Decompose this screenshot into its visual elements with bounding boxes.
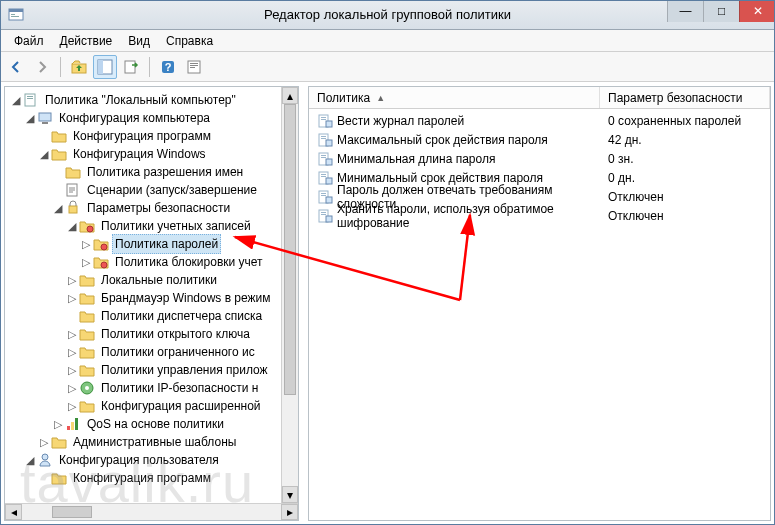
- svg-rect-35: [321, 136, 326, 137]
- forward-button[interactable]: [30, 55, 54, 79]
- collapse-icon[interactable]: ◢: [51, 199, 65, 217]
- column-header-policy[interactable]: Политика▲: [309, 87, 600, 108]
- back-button[interactable]: [4, 55, 28, 79]
- minimize-button[interactable]: —: [667, 0, 703, 22]
- show-tree-button[interactable]: [93, 55, 117, 79]
- tree-item-security-settings[interactable]: ◢Параметры безопасности: [9, 199, 298, 217]
- svg-rect-39: [321, 155, 326, 156]
- maximize-button[interactable]: □: [703, 0, 739, 22]
- svg-text:?: ?: [165, 61, 172, 73]
- expand-icon[interactable]: ▷: [65, 379, 79, 397]
- export-list-button[interactable]: [119, 55, 143, 79]
- tree-item-account-policies[interactable]: ◢Политики учетных записей: [9, 217, 298, 235]
- expand-icon[interactable]: ▷: [65, 361, 79, 379]
- menu-file[interactable]: Файл: [6, 32, 52, 50]
- tree-vertical-scrollbar[interactable]: ▴ ▾: [281, 87, 298, 503]
- tree-item-computer-config[interactable]: ◢Конфигурация компьютера: [9, 109, 298, 127]
- policy-value: 0 зн.: [600, 152, 770, 166]
- expand-icon[interactable]: ▷: [65, 325, 79, 343]
- svg-rect-26: [67, 426, 70, 430]
- tree-item-firewall[interactable]: ▷Брандмауэр Windows в режим: [9, 289, 298, 307]
- scroll-right-button[interactable]: ▸: [281, 504, 298, 520]
- up-folder-button[interactable]: [67, 55, 91, 79]
- expand-icon[interactable]: ▷: [79, 253, 93, 271]
- tree-label: Локальные политики: [98, 271, 220, 289]
- tree-item-password-policy[interactable]: ▷Политика паролей: [9, 235, 298, 253]
- svg-rect-41: [326, 159, 332, 165]
- tree-item-windows-config[interactable]: ◢Конфигурация Windows: [9, 145, 298, 163]
- menu-help[interactable]: Справка: [158, 32, 221, 50]
- tree-item-qos[interactable]: ▷QoS на основе политики: [9, 415, 298, 433]
- tree-label: Политика блокировки учет: [112, 253, 266, 271]
- list-item[interactable]: Минимальная длина пароля0 зн.: [309, 149, 770, 168]
- tree-item-software-restriction[interactable]: ▷Политики ограниченного ис: [9, 343, 298, 361]
- pane-splitter[interactable]: [301, 82, 306, 525]
- tree-label: Политики диспетчера списка: [98, 307, 265, 325]
- expand-icon[interactable]: ▷: [37, 433, 51, 451]
- window-controls: — □ ✕: [667, 0, 775, 22]
- tree-item-public-key[interactable]: ▷Политики открытого ключа: [9, 325, 298, 343]
- svg-rect-44: [321, 176, 326, 177]
- menu-view[interactable]: Вид: [120, 32, 158, 50]
- tree-item-advanced-audit[interactable]: ▷Конфигурация расширенной: [9, 397, 298, 415]
- list-item[interactable]: Вести журнал паролей0 сохраненных пароле…: [309, 111, 770, 130]
- tree-item-local-policies[interactable]: ▷Локальные политики: [9, 271, 298, 289]
- policy-value: Отключен: [600, 190, 770, 204]
- svg-rect-16: [27, 98, 33, 99]
- svg-rect-33: [326, 121, 332, 127]
- tree-item-admin-templates[interactable]: ▷Административные шаблоны: [9, 433, 298, 451]
- svg-rect-43: [321, 174, 326, 175]
- scroll-thumb[interactable]: [284, 104, 296, 395]
- qos-icon: [65, 416, 81, 432]
- svg-rect-31: [321, 117, 326, 118]
- svg-rect-28: [75, 418, 78, 430]
- list-header: Политика▲ Параметр безопасности: [309, 87, 770, 109]
- list-item[interactable]: Хранить пароли, используя обратимое шифр…: [309, 206, 770, 225]
- tree-label: Брандмауэр Windows в режим: [98, 289, 274, 307]
- folder-icon: [51, 128, 67, 144]
- tree-label: Конфигурация компьютера: [56, 109, 213, 127]
- tree-item-scripts[interactable]: Сценарии (запуск/завершение: [9, 181, 298, 199]
- policy-name: Минимальная длина пароля: [337, 152, 495, 166]
- expand-icon[interactable]: ▷: [51, 415, 65, 433]
- collapse-icon[interactable]: ◢: [65, 217, 79, 235]
- svg-rect-52: [321, 214, 326, 215]
- tree-item-network-list[interactable]: Политики диспетчера списка: [9, 307, 298, 325]
- tree-item-programs[interactable]: Конфигурация программ: [9, 127, 298, 145]
- expand-icon[interactable]: ▷: [79, 235, 93, 253]
- tree-item-name-resolution[interactable]: Политика разрешения имен: [9, 163, 298, 181]
- tree-label: Конфигурация Windows: [70, 145, 209, 163]
- svg-rect-37: [326, 140, 332, 146]
- tree-item-lockout-policy[interactable]: ▷Политика блокировки учет: [9, 253, 298, 271]
- list-item[interactable]: Максимальный срок действия пароля42 дн.: [309, 130, 770, 149]
- close-button[interactable]: ✕: [739, 0, 775, 22]
- expand-icon[interactable]: ▷: [65, 343, 79, 361]
- menu-action[interactable]: Действие: [52, 32, 121, 50]
- menu-bar: Файл Действие Вид Справка: [0, 30, 775, 52]
- expand-icon[interactable]: ▷: [65, 271, 79, 289]
- policy-root-icon: [23, 92, 39, 108]
- tree-root[interactable]: ◢Политика "Локальный компьютер": [9, 91, 298, 109]
- svg-rect-40: [321, 157, 326, 158]
- tree-label: Сценарии (запуск/завершение: [84, 181, 260, 199]
- scroll-down-button[interactable]: ▾: [282, 486, 298, 503]
- collapse-icon[interactable]: ◢: [9, 91, 23, 109]
- tree-label: Параметры безопасности: [84, 199, 233, 217]
- svg-point-23: [101, 262, 107, 268]
- folder-icon: [65, 164, 81, 180]
- collapse-icon[interactable]: ◢: [23, 109, 37, 127]
- expand-icon[interactable]: ▷: [65, 289, 79, 307]
- tree-label: Конфигурация программ: [70, 127, 214, 145]
- column-header-security-param[interactable]: Параметр безопасности: [600, 87, 770, 108]
- folder-icon: [79, 326, 95, 342]
- help-button[interactable]: ?: [156, 55, 180, 79]
- tree-item-ipsec[interactable]: ▷Политики IP-безопасности н: [9, 379, 298, 397]
- computer-icon: [37, 110, 53, 126]
- policy-name: Хранить пароли, используя обратимое шифр…: [337, 202, 600, 230]
- svg-rect-20: [69, 206, 77, 213]
- properties-button[interactable]: [182, 55, 206, 79]
- scroll-up-button[interactable]: ▴: [282, 87, 298, 104]
- tree-item-app-control[interactable]: ▷Политики управления прилож: [9, 361, 298, 379]
- collapse-icon[interactable]: ◢: [37, 145, 51, 163]
- expand-icon[interactable]: ▷: [65, 397, 79, 415]
